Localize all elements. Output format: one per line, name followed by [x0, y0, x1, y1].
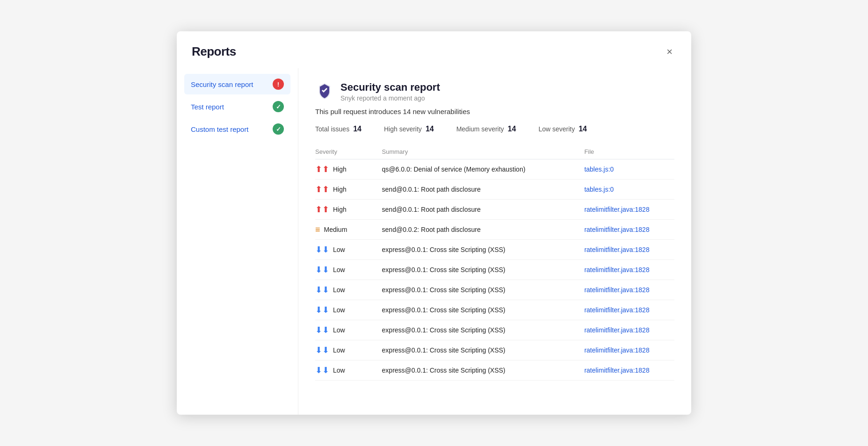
table-header-row: SeveritySummaryFile: [315, 144, 674, 159]
summary-cell: send@0.0.1: Root path disclosure: [382, 200, 585, 220]
file-link[interactable]: tables.js:0: [584, 165, 614, 173]
low-severity-icon: ⬇⬇: [315, 266, 329, 274]
file-link[interactable]: tables.js:0: [584, 186, 614, 193]
file-cell[interactable]: ratelimitfilter.java:1828: [584, 260, 674, 280]
summary-cell: send@0.0.1: Root path disclosure: [382, 180, 585, 200]
table-row: ⬇⬇Lowexpress@0.0.1: Cross site Scripting…: [315, 340, 674, 360]
file-cell[interactable]: ratelimitfilter.java:1828: [584, 320, 674, 340]
sidebar-item-label: Custom test report: [191, 125, 273, 133]
modal-header: Reports ×: [177, 31, 691, 68]
sidebar-item-test-report[interactable]: Test report✓: [184, 96, 290, 117]
stat-value: 14: [508, 125, 516, 133]
success-badge: ✓: [273, 123, 284, 135]
report-header: Security scan report Snyk reported a mom…: [315, 81, 674, 102]
close-button[interactable]: ×: [663, 45, 676, 59]
table-row: ⬆⬆Highqs@6.0.0: Denial of service (Memor…: [315, 159, 674, 180]
stat-item: Low severity14: [538, 125, 587, 133]
severity-label: Low: [333, 326, 345, 334]
error-badge: !: [273, 79, 284, 90]
severity-cell: ⬆⬆High: [315, 180, 382, 200]
table-row: ⬇⬇Lowexpress@0.0.1: Cross site Scripting…: [315, 280, 674, 300]
sidebar-item-security-scan-report[interactable]: Security scan report!: [184, 74, 290, 94]
modal-title: Reports: [192, 44, 236, 59]
summary-cell: express@0.0.1: Cross site Scripting (XSS…: [382, 240, 585, 260]
severity-label: Low: [333, 306, 345, 314]
file-cell[interactable]: ratelimitfilter.java:1828: [584, 240, 674, 260]
table-row: ≡Mediumsend@0.0.2: Root path disclosurer…: [315, 220, 674, 240]
sidebar-item-label: Security scan report: [191, 80, 273, 88]
table-col-header: File: [584, 144, 674, 159]
stat-value: 14: [353, 125, 362, 133]
table-row: ⬇⬇Lowexpress@0.0.1: Cross site Scripting…: [315, 260, 674, 280]
low-severity-icon: ⬇⬇: [315, 366, 329, 374]
file-cell[interactable]: ratelimitfilter.java:1828: [584, 200, 674, 220]
severity-label: High: [333, 206, 347, 213]
stat-label: Medium severity: [456, 125, 504, 133]
file-link[interactable]: ratelimitfilter.java:1828: [584, 306, 649, 314]
severity-label: High: [333, 165, 347, 173]
table-row: ⬆⬆Highsend@0.0.1: Root path disclosurera…: [315, 200, 674, 220]
summary-cell: express@0.0.1: Cross site Scripting (XSS…: [382, 360, 585, 381]
stat-label: Low severity: [538, 125, 575, 133]
table-row: ⬇⬇Lowexpress@0.0.1: Cross site Scripting…: [315, 360, 674, 381]
report-title-block: Security scan report Snyk reported a mom…: [340, 81, 440, 102]
file-cell[interactable]: ratelimitfilter.java:1828: [584, 220, 674, 240]
severity-cell: ⬆⬆High: [315, 159, 382, 180]
file-link[interactable]: ratelimitfilter.java:1828: [584, 286, 649, 294]
stats-row: Total issues14High severity14Medium seve…: [315, 125, 674, 133]
table-header: SeveritySummaryFile: [315, 144, 674, 159]
table-row: ⬆⬆Highsend@0.0.1: Root path disclosureta…: [315, 180, 674, 200]
summary-cell: express@0.0.1: Cross site Scripting (XSS…: [382, 340, 585, 360]
file-cell[interactable]: ratelimitfilter.java:1828: [584, 280, 674, 300]
file-link[interactable]: ratelimitfilter.java:1828: [584, 246, 649, 253]
stat-label: High severity: [384, 125, 422, 133]
severity-label: Low: [333, 286, 345, 294]
vuln-intro: This pull request introduces 14 new vuln…: [315, 108, 674, 115]
summary-cell: express@0.0.1: Cross site Scripting (XSS…: [382, 280, 585, 300]
table-col-header: Summary: [382, 144, 585, 159]
low-severity-icon: ⬇⬇: [315, 346, 329, 354]
sidebar-item-custom-test-report[interactable]: Custom test report✓: [184, 119, 290, 139]
severity-label: High: [333, 186, 347, 193]
file-link[interactable]: ratelimitfilter.java:1828: [584, 266, 649, 273]
summary-cell: express@0.0.1: Cross site Scripting (XSS…: [382, 260, 585, 280]
severity-label: Low: [333, 367, 345, 374]
file-cell[interactable]: tables.js:0: [584, 180, 674, 200]
file-cell[interactable]: ratelimitfilter.java:1828: [584, 300, 674, 320]
file-link[interactable]: ratelimitfilter.java:1828: [584, 226, 649, 233]
stat-item: High severity14: [384, 125, 434, 133]
stat-label: Total issues: [315, 125, 349, 133]
sidebar: Security scan report!Test report✓Custom …: [177, 68, 298, 415]
snyk-icon: [315, 81, 334, 100]
low-severity-icon: ⬇⬇: [315, 245, 329, 254]
summary-cell: express@0.0.1: Cross site Scripting (XSS…: [382, 320, 585, 340]
table-row: ⬇⬇Lowexpress@0.0.1: Cross site Scripting…: [315, 320, 674, 340]
summary-cell: send@0.0.2: Root path disclosure: [382, 220, 585, 240]
file-cell[interactable]: tables.js:0: [584, 159, 674, 180]
summary-cell: express@0.0.1: Cross site Scripting (XSS…: [382, 300, 585, 320]
severity-cell: ⬇⬇Low: [315, 320, 382, 340]
report-subtitle: Snyk reported a moment ago: [340, 94, 440, 102]
success-badge: ✓: [273, 101, 284, 112]
stat-value: 14: [579, 125, 587, 133]
file-link[interactable]: ratelimitfilter.java:1828: [584, 367, 649, 374]
severity-label: Low: [333, 346, 345, 354]
severity-cell: ⬆⬆High: [315, 200, 382, 220]
content-pane: Security scan report Snyk reported a mom…: [298, 68, 691, 415]
high-severity-icon: ⬆⬆: [315, 165, 329, 173]
severity-label: Low: [333, 246, 345, 253]
file-link[interactable]: ratelimitfilter.java:1828: [584, 326, 649, 334]
severity-cell: ⬇⬇Low: [315, 280, 382, 300]
file-cell[interactable]: ratelimitfilter.java:1828: [584, 340, 674, 360]
table-row: ⬇⬇Lowexpress@0.0.1: Cross site Scripting…: [315, 300, 674, 320]
medium-severity-icon: ≡: [315, 225, 320, 234]
modal-body: Security scan report!Test report✓Custom …: [177, 68, 691, 415]
file-cell[interactable]: ratelimitfilter.java:1828: [584, 360, 674, 381]
reports-modal: Reports × Security scan report!Test repo…: [177, 31, 691, 415]
vulnerabilities-table: SeveritySummaryFile ⬆⬆Highqs@6.0.0: Deni…: [315, 144, 674, 381]
sidebar-item-label: Test report: [191, 103, 273, 111]
file-link[interactable]: ratelimitfilter.java:1828: [584, 206, 649, 213]
high-severity-icon: ⬆⬆: [315, 205, 329, 214]
file-link[interactable]: ratelimitfilter.java:1828: [584, 346, 649, 354]
report-title: Security scan report: [340, 81, 440, 94]
